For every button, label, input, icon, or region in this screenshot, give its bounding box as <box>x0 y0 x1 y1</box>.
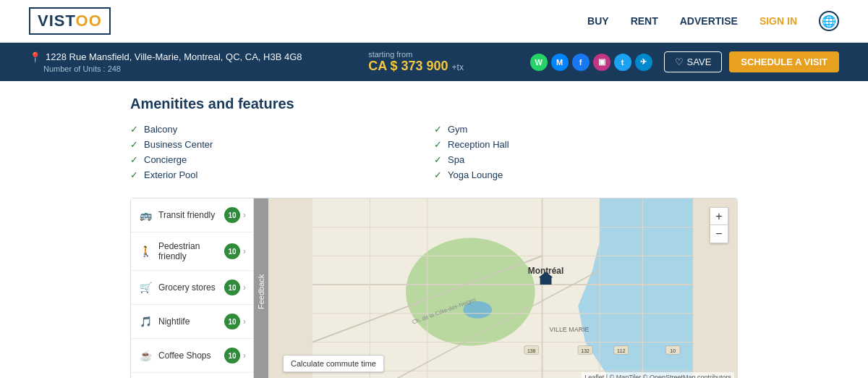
amenity-label: Exterior Pool <box>144 169 197 180</box>
sidebar-item-grocery[interactable]: 🛒 Grocery stores 10 › <box>131 271 253 305</box>
check-icon: ✓ <box>130 154 138 165</box>
sidebar-item-transit[interactable]: 🚌 Transit friendly 10 › <box>131 198 253 232</box>
coffee-icon: ☕ <box>138 348 153 363</box>
sidebar-label-pedestrian: Pedestrian friendly <box>158 241 224 261</box>
chevron-right-icon: › <box>243 282 246 293</box>
amenity-label: Business Center <box>144 139 213 150</box>
save-button[interactable]: ♡ SAVE <box>664 51 723 72</box>
nightlife-score: 10 <box>224 314 240 329</box>
header-actions: W M f ▣ t ✈ ♡ SAVE SCHEDULE A VISIT <box>530 51 839 72</box>
chevron-right-icon: › <box>243 246 246 256</box>
check-icon: ✓ <box>130 124 138 135</box>
instagram-icon[interactable]: ▣ <box>593 54 610 71</box>
map-container[interactable]: 138 132 112 10 Ch. de la Côte-des-Neiges… <box>268 198 737 378</box>
amenity-label: Concierge <box>144 154 187 165</box>
starting-from-label: starting from <box>368 50 412 59</box>
address-line: 📍 1228 Rue Mansfield, Ville-Marie, Montr… <box>29 51 302 63</box>
svg-text:112: 112 <box>617 348 626 353</box>
check-icon: ✓ <box>434 154 442 165</box>
sidebar-item-nightlife[interactable]: 🎵 Nightlife 10 › <box>131 305 253 339</box>
amenity-business-center: ✓ Business Center <box>130 139 434 150</box>
nav-links: BUY RENT ADVERTISE SIGN IN 🌐 <box>587 11 839 31</box>
header-bar: 📍 1228 Rue Mansfield, Ville-Marie, Montr… <box>0 43 868 81</box>
nav-rent[interactable]: RENT <box>631 15 658 27</box>
map-section: 🚌 Transit friendly 10 › 🚶 Pedestrian fri… <box>130 198 738 378</box>
telegram-icon[interactable]: ✈ <box>635 54 652 71</box>
amenities-title: Amenitites and features <box>130 96 738 112</box>
sidebar-item-coffee[interactable]: ☕ Coffee Shops 10 › <box>131 339 253 373</box>
check-icon: ✓ <box>130 169 138 180</box>
coffee-score: 10 <box>224 348 240 364</box>
messenger-icon[interactable]: M <box>551 54 569 71</box>
chevron-right-icon: › <box>243 210 246 220</box>
amenity-label: Spa <box>448 154 464 165</box>
transit-score: 10 <box>224 207 240 223</box>
logo-oo: OO <box>76 12 102 30</box>
grocery-icon: 🛒 <box>138 280 153 295</box>
facebook-icon[interactable]: f <box>572 54 590 71</box>
amenity-spa: ✓ Spa <box>434 154 738 165</box>
sidebar-label-nightlife: Nightlife <box>158 316 224 327</box>
amenity-balcony: ✓ Balcony <box>130 124 434 135</box>
amenity-yoga-lounge: ✓ Yoga Lounge <box>434 169 738 180</box>
pedestrian-icon: 🚶 <box>138 244 153 259</box>
price-value: CA $ 373 900 +tx <box>368 59 464 74</box>
zoom-in-button[interactable]: + <box>710 208 728 225</box>
sidebar-label-coffee: Coffee Shops <box>158 350 224 361</box>
pedestrian-score: 10 <box>224 243 240 259</box>
save-label: SAVE <box>687 56 712 67</box>
main-content: Amenitites and features ✓ Balcony ✓ Gym … <box>0 81 868 378</box>
nav-signin[interactable]: SIGN IN <box>760 15 797 27</box>
nightlife-icon: 🎵 <box>138 314 153 329</box>
sidebar-label-transit: Transit friendly <box>158 210 224 220</box>
amenity-label: Balcony <box>144 124 177 135</box>
navbar: VISTOO BUY RENT ADVERTISE SIGN IN 🌐 <box>0 0 868 43</box>
amenity-concierge: ✓ Concierge <box>130 154 434 165</box>
grocery-score: 10 <box>224 280 240 295</box>
svg-text:138: 138 <box>527 348 536 353</box>
zoom-out-button[interactable]: − <box>710 225 728 243</box>
schedule-visit-button[interactable]: SCHEDULE A VISIT <box>729 51 839 72</box>
chevron-right-icon: › <box>243 350 246 361</box>
amenity-reception-hall: ✓ Reception Hall <box>434 139 738 150</box>
amenity-label: Reception Hall <box>448 139 509 150</box>
twitter-icon[interactable]: t <box>614 54 631 71</box>
globe-icon[interactable]: 🌐 <box>819 11 839 31</box>
svg-text:VILLE MARIE: VILLE MARIE <box>550 326 590 333</box>
svg-text:10: 10 <box>670 348 676 353</box>
social-icons: W M f ▣ t ✈ <box>530 54 652 71</box>
price-section: starting from CA $ 373 900 +tx <box>368 50 464 74</box>
feedback-tab[interactable]: Feedback <box>254 198 268 378</box>
svg-text:132: 132 <box>581 348 590 353</box>
calculate-commute-button[interactable]: Calculate commute time <box>283 355 384 372</box>
logo[interactable]: VISTOO <box>29 7 111 35</box>
nav-advertise[interactable]: ADVERTISE <box>680 15 738 27</box>
tax-label: +tx <box>452 62 464 72</box>
units-text: Number of Units : 248 <box>43 64 302 73</box>
amenities-grid: ✓ Balcony ✓ Gym ✓ Business Center ✓ Rece… <box>130 124 738 180</box>
amenity-label: Gym <box>448 124 467 135</box>
sidebar-label-grocery: Grocery stores <box>158 282 224 293</box>
check-icon: ✓ <box>434 139 442 150</box>
price-amount: CA $ 373 900 <box>368 59 448 73</box>
check-icon: ✓ <box>130 139 138 150</box>
map-svg: 138 132 112 10 Ch. de la Côte-des-Neiges… <box>268 198 737 378</box>
amenity-exterior-pool: ✓ Exterior Pool <box>130 169 434 180</box>
map-attribution: Leaflet | © MapTiler © OpenStreetMap con… <box>582 372 734 378</box>
pin-icon: 📍 <box>29 51 41 63</box>
address-text: 1228 Rue Mansfield, Ville-Marie, Montrea… <box>46 51 302 62</box>
address-section: 📍 1228 Rue Mansfield, Ville-Marie, Montr… <box>29 51 302 73</box>
sidebar-item-pedestrian[interactable]: 🚶 Pedestrian friendly 10 › <box>131 232 253 271</box>
amenity-label: Yoga Lounge <box>448 169 503 180</box>
nav-buy[interactable]: BUY <box>587 15 609 27</box>
check-icon: ✓ <box>434 124 442 135</box>
svg-point-2 <box>406 238 535 346</box>
whatsapp-icon[interactable]: W <box>530 54 548 71</box>
amenity-gym: ✓ Gym <box>434 124 738 135</box>
heart-icon: ♡ <box>675 56 684 67</box>
logo-text: VIST <box>38 12 76 30</box>
check-icon: ✓ <box>434 169 442 180</box>
map-sidebar: 🚌 Transit friendly 10 › 🚶 Pedestrian fri… <box>131 198 254 378</box>
map-zoom-controls: + − <box>710 207 728 243</box>
transit-icon: 🚌 <box>138 208 153 222</box>
